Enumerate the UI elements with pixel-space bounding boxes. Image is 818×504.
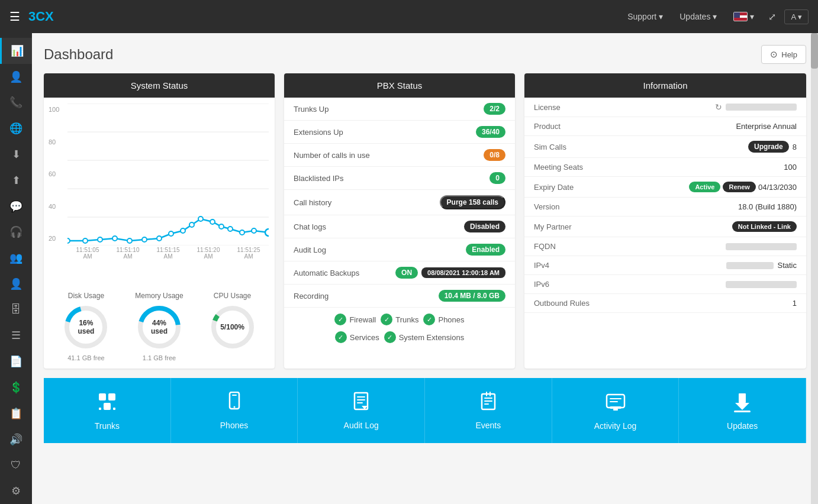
check-trunks-icon: ✓ xyxy=(381,314,392,325)
blacklist-badge: 0 xyxy=(489,172,505,184)
chevron-down-icon: ▾ xyxy=(798,12,802,21)
svg-rect-39 xyxy=(357,399,365,400)
support-button[interactable]: Support ▾ xyxy=(621,8,669,25)
memory-usage-value: 44% used xyxy=(147,319,171,335)
tile-activitylog[interactable]: Activity Log xyxy=(552,378,679,443)
sidebar-item-global[interactable]: 🌐 xyxy=(0,115,32,141)
svg-rect-40 xyxy=(357,402,363,403)
pbx-row-backups: Automatic Backups ON 08/08/2021 12:00:18… xyxy=(284,261,515,285)
svg-point-13 xyxy=(169,231,173,236)
info-row-meetings: Meeting Seats 100 xyxy=(524,158,806,177)
check-firewall: ✓ Firewall xyxy=(334,314,376,325)
svg-rect-32 xyxy=(99,408,101,410)
chart-svg xyxy=(67,104,269,245)
sidebar-item-security[interactable]: 🛡 xyxy=(0,453,32,479)
tile-updates[interactable]: Updates xyxy=(679,378,806,443)
tile-trunks[interactable]: Trunks xyxy=(44,378,171,443)
expiry-value: 04/13/2030 xyxy=(758,183,797,192)
hamburger-menu[interactable]: ☰ xyxy=(9,9,20,24)
tile-auditlog[interactable]: Audit Log xyxy=(298,378,425,443)
auditlog-tile-icon xyxy=(351,392,371,416)
pbx-checks: ✓ Firewall ✓ Trunks ✓ Phones xyxy=(284,308,515,331)
chevron-down-icon: ▾ xyxy=(659,12,663,21)
user-menu-button[interactable]: A ▾ xyxy=(784,9,809,24)
ipv6-value xyxy=(726,281,797,288)
memory-usage-label: Memory Usage xyxy=(135,292,183,300)
expand-button[interactable]: ⤢ xyxy=(765,8,780,26)
upgrade-badge[interactable]: Upgrade xyxy=(748,141,789,153)
sidebar-item-download[interactable]: ⬇ xyxy=(0,141,32,167)
svg-rect-38 xyxy=(357,396,365,398)
disk-usage-value: 16% used xyxy=(74,319,98,335)
sidebar-item-users[interactable]: 👤 xyxy=(0,64,32,90)
svg-rect-52 xyxy=(734,411,751,412)
events-tile-icon xyxy=(478,392,498,416)
sidebar-item-chat[interactable]: 💬 xyxy=(0,193,32,219)
sidebar-item-report[interactable]: 📄 xyxy=(0,348,32,374)
sidebar-item-headset[interactable]: 🎧 xyxy=(0,219,32,245)
tile-trunks-label: Trunks xyxy=(95,421,120,431)
partner-badge[interactable]: Not Linked - Link xyxy=(732,221,797,232)
svg-point-8 xyxy=(98,237,102,242)
ipv4-value xyxy=(726,262,774,269)
flag-icon xyxy=(733,12,748,21)
check-services-icon: ✓ xyxy=(335,331,347,343)
sidebar-item-list[interactable]: ☰ xyxy=(0,323,32,349)
sidebar-item-audio[interactable]: 🔊 xyxy=(0,427,32,453)
renew-badge[interactable]: Renew xyxy=(723,182,755,192)
info-header: Information xyxy=(524,73,806,98)
tile-updates-label: Updates xyxy=(727,421,758,431)
help-button[interactable]: ⊙ Help xyxy=(761,45,806,64)
sidebar-item-phones[interactable]: 📞 xyxy=(0,90,32,116)
pbx-checks-row2: ✓ Services ✓ System Extensions xyxy=(284,331,515,349)
svg-point-17 xyxy=(210,219,215,224)
disk-usage-label: Disk Usage xyxy=(68,292,104,300)
pbx-row-recording: Recording 10.4 MB / 8.0 GB xyxy=(284,285,515,308)
svg-point-7 xyxy=(83,238,88,243)
tile-phones[interactable]: Phones xyxy=(171,378,298,443)
brand-logo: 3CX xyxy=(28,9,54,24)
updates-button[interactable]: Updates ▾ xyxy=(674,8,723,25)
chevron-down-icon: ▾ xyxy=(713,12,717,21)
sidebar-item-dashboard[interactable]: 📊 xyxy=(0,38,32,64)
cards-row: System Status 100 80 60 40 20 xyxy=(44,73,806,369)
version-value: 18.0 (Build 1880) xyxy=(738,202,797,211)
sidebar-item-billing[interactable]: 💲 xyxy=(0,374,32,400)
sidebar-item-settings[interactable]: ⚙ xyxy=(0,478,32,504)
disk-usage-gauge: Disk Usage 16% used 41.1 GB free xyxy=(62,292,110,361)
sidebar-item-upload[interactable]: ⬆ xyxy=(0,167,32,193)
sidebar-item-groups[interactable]: 👤 xyxy=(0,271,32,297)
check-firewall-icon: ✓ xyxy=(334,314,346,325)
scroll-thumb[interactable] xyxy=(811,33,818,69)
disk-usage-circle: 16% used xyxy=(62,303,110,351)
check-phones: ✓ Phones xyxy=(423,314,464,325)
language-button[interactable]: ▾ xyxy=(727,8,760,25)
purge-calls-button[interactable]: Purge 158 calls xyxy=(440,195,505,209)
pbx-status-card: PBX Status Trunks Up 2/2 Extensions Up 3… xyxy=(284,73,515,369)
gauges-row: Disk Usage 16% used 41.1 GB free Me xyxy=(44,287,275,369)
svg-rect-33 xyxy=(113,408,115,410)
svg-point-9 xyxy=(112,236,117,241)
system-status-card: System Status 100 80 60 40 20 xyxy=(44,73,275,369)
scroll-track[interactable] xyxy=(811,33,818,504)
help-icon: ⊙ xyxy=(770,49,778,60)
svg-point-18 xyxy=(219,224,224,229)
pbx-row-callhistory: Call history Purge 158 calls xyxy=(284,190,515,215)
sidebar-item-storage[interactable]: 🗄 xyxy=(0,297,32,323)
tile-events[interactable]: Events xyxy=(425,378,552,443)
trunks-tile-icon xyxy=(96,391,118,416)
chatlogs-badge: Disabled xyxy=(464,221,505,232)
memory-usage-sub: 1.1 GB free xyxy=(143,354,176,361)
phones-tile-icon xyxy=(224,392,244,416)
sidebar-item-log[interactable]: 📋 xyxy=(0,400,32,427)
refresh-icon[interactable]: ↻ xyxy=(715,102,722,112)
svg-rect-50 xyxy=(739,393,746,403)
fqdn-value xyxy=(726,243,797,250)
tile-phones-label: Phones xyxy=(220,421,248,430)
svg-point-6 xyxy=(67,238,70,243)
sidebar-item-contacts[interactable]: 👥 xyxy=(0,245,32,271)
svg-rect-30 xyxy=(108,393,115,400)
chart-area: 100 80 60 40 20 xyxy=(44,98,275,287)
info-row-product: Product Enterprise Annual xyxy=(524,117,806,136)
active-badge: Active xyxy=(689,182,720,192)
